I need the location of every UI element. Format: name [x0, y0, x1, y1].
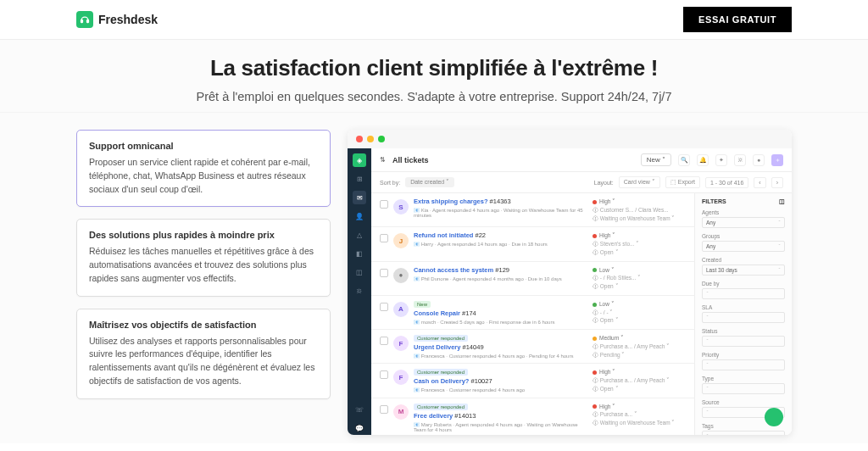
filter-label: Created — [702, 257, 785, 263]
hero: La satisfaction client simplifiée à l'ex… — [0, 40, 868, 113]
filter-group: SLA — [702, 304, 785, 323]
free-trial-button[interactable]: ESSAI GRATUIT — [683, 7, 792, 32]
customer[interactable]: 🛈 Steven's sto... ˅ — [593, 240, 686, 248]
priority[interactable]: Medium ˅ — [593, 334, 686, 342]
sidebar-analytics-icon[interactable]: ◫ — [353, 265, 366, 279]
ticket-checkbox[interactable] — [380, 405, 388, 414]
sort-value[interactable]: Date created ˅ — [405, 177, 454, 187]
prev-page-icon[interactable]: ‹ — [754, 177, 765, 188]
ticket-meta: 📧 Kia · Agent responded 4 hours ago · Wa… — [414, 207, 587, 218]
filter-select[interactable] — [702, 431, 785, 435]
user-avatar[interactable]: ● — [753, 154, 765, 166]
priority[interactable]: Low ˅ — [593, 300, 686, 309]
status[interactable]: 🛈 Waiting on Warehouse Team ˅ — [593, 419, 686, 427]
sidebar-dashboard-icon[interactable]: ⊞ — [353, 172, 366, 186]
search-icon[interactable]: 🔍 — [678, 154, 690, 166]
status[interactable]: 🛈 Open ˅ — [593, 385, 686, 393]
filter-select[interactable] — [702, 288, 785, 299]
ticket-row[interactable]: ●Cannot access the system #129📧 Phil Dun… — [371, 262, 694, 296]
status[interactable]: 🛈 Pending ˅ — [593, 351, 686, 359]
filter-icon[interactable]: ⇅ — [380, 156, 386, 164]
sidebar-phone-icon[interactable]: ☏ — [353, 403, 366, 416]
list-area: SExtra shipping charges? #14363📧 Kia · A… — [371, 193, 792, 435]
ticket-subject: Urgent Delivery #14049 — [414, 343, 587, 351]
feature-card-text: Réduisez les tâches manuelles et répétit… — [89, 245, 318, 285]
filter-label: Source — [702, 399, 785, 405]
priority[interactable]: High ˅ — [593, 231, 686, 240]
content: Support omnicanalProposer un service cli… — [0, 113, 868, 443]
priority[interactable]: High ˅ — [593, 403, 686, 411]
customer[interactable]: 🛈 Customer S... / Clara Wes... — [593, 206, 686, 214]
status[interactable]: 🛈 Open ˅ — [593, 248, 686, 257]
ticket-row[interactable]: SExtra shipping charges? #14363📧 Kia · A… — [371, 193, 694, 227]
filter-label: Groups — [702, 233, 785, 239]
status[interactable]: 🛈 Waiting on Warehouse Team ˅ — [593, 214, 686, 223]
chat-fab-icon[interactable] — [765, 408, 783, 426]
ticket-subject: Refund not initiated #22 — [414, 231, 587, 239]
hero-subtitle: Prêt à l'emploi en quelques secondes. S'… — [0, 90, 868, 103]
filter-label: Priority — [702, 352, 785, 358]
freshdesk-logo-icon — [76, 11, 93, 28]
sparkle-icon[interactable]: ✦ — [715, 154, 727, 166]
ticket-meta: 📧 mosch · Created 5 days ago · First res… — [414, 319, 587, 325]
priority[interactable]: Low ˅ — [593, 266, 686, 275]
ticket-row[interactable]: MCustomer respondedFree delivery #14013📧… — [371, 398, 694, 436]
ticket-checkbox[interactable] — [380, 303, 388, 311]
priority[interactable]: High ˅ — [593, 368, 686, 376]
filter-select[interactable] — [702, 359, 785, 370]
filter-select[interactable]: Any — [702, 241, 785, 252]
feature-card-title: Des solutions plus rapides à moindre pri… — [89, 230, 318, 240]
customer[interactable]: 🛈 Purchase a... / Amy Peach ˅ — [593, 342, 686, 351]
sidebar-contacts-icon[interactable]: 👤 — [353, 209, 366, 223]
add-button[interactable]: ＋ — [771, 154, 783, 166]
filter-group: AgentsAny — [702, 209, 785, 228]
export-icon[interactable]: ⬚ Export — [665, 176, 700, 188]
brand-logo[interactable]: Freshdesk — [76, 11, 158, 28]
status[interactable]: 🛈 Open ˅ — [593, 282, 686, 291]
sidebar-chat-icon[interactable]: 💬 — [353, 421, 366, 435]
notification-icon[interactable]: 🔔 — [697, 154, 709, 166]
ticket-row[interactable]: FCustomer respondedUrgent Delivery #1404… — [371, 330, 694, 364]
ticket-checkbox[interactable] — [380, 269, 388, 277]
app-header: ⇅ All tickets New ˅ 🔍 🔔 ✦ ⛭ ● ＋ — [371, 148, 792, 172]
filter-select[interactable] — [702, 336, 785, 347]
sidebar-admin-icon[interactable]: ⛭ — [353, 284, 366, 298]
next-page-icon[interactable]: › — [771, 177, 783, 188]
page-title: All tickets — [392, 156, 429, 164]
window-min-icon — [367, 136, 374, 142]
ticket-checkbox[interactable] — [380, 234, 388, 242]
sidebar-tickets-icon[interactable]: ✉ — [353, 191, 366, 204]
customer[interactable]: 🛈 Purchase a... / Amy Peach ˅ — [593, 376, 686, 385]
ticket-checkbox[interactable] — [380, 337, 388, 345]
ticket-row[interactable]: FCustomer respondedCash on Delivery? #10… — [371, 364, 694, 398]
filter-select[interactable] — [702, 312, 785, 323]
status[interactable]: 🛈 Open ˅ — [593, 316, 686, 325]
feature-card[interactable]: Support omnicanalProposer un service cli… — [76, 130, 331, 207]
filter-title: FILTERS — [702, 198, 726, 205]
ticket-checkbox[interactable] — [380, 200, 388, 209]
priority[interactable]: High ˅ — [593, 198, 686, 206]
sidebar-solutions-icon[interactable]: △ — [353, 228, 366, 242]
sort-label: Sort by: — [380, 180, 400, 186]
feature-card[interactable]: Maîtrisez vos objectifs de satisfactionU… — [76, 309, 331, 399]
ticket-checkbox[interactable] — [380, 370, 388, 379]
sidebar-logo-icon[interactable]: ◈ — [353, 153, 366, 167]
sidebar-reports-icon[interactable]: ◧ — [353, 247, 366, 260]
customer[interactable]: 🛈 Purchase a... ˅ — [593, 410, 686, 419]
filter-group: Priority — [702, 352, 785, 370]
feature-card[interactable]: Des solutions plus rapides à moindre pri… — [76, 219, 331, 296]
new-button[interactable]: New ˅ — [641, 153, 671, 166]
customer[interactable]: 🛈 - / - ˅ — [593, 309, 686, 317]
filter-select[interactable] — [702, 383, 785, 394]
ticket-subject: Free delivery #14013 — [414, 412, 587, 420]
customer[interactable]: 🛈 - / Rob Stiles... ˅ — [593, 274, 686, 282]
filter-select[interactable]: Last 30 days — [702, 264, 785, 276]
gear-icon[interactable]: ⛭ — [734, 154, 746, 166]
ticket-row[interactable]: JRefund not initiated #22📧 Harry · Agent… — [371, 227, 694, 261]
ticket-row[interactable]: ANewConsole Repair #174📧 mosch · Created… — [371, 296, 694, 330]
save-filter-icon[interactable]: ◫ — [779, 198, 785, 205]
avatar: ● — [393, 268, 409, 283]
layout-value[interactable]: Card view ˅ — [619, 176, 660, 188]
ticket-meta: 📧 Francesca · Customer responded 4 hours… — [414, 387, 587, 393]
filter-select[interactable]: Any — [702, 217, 785, 228]
